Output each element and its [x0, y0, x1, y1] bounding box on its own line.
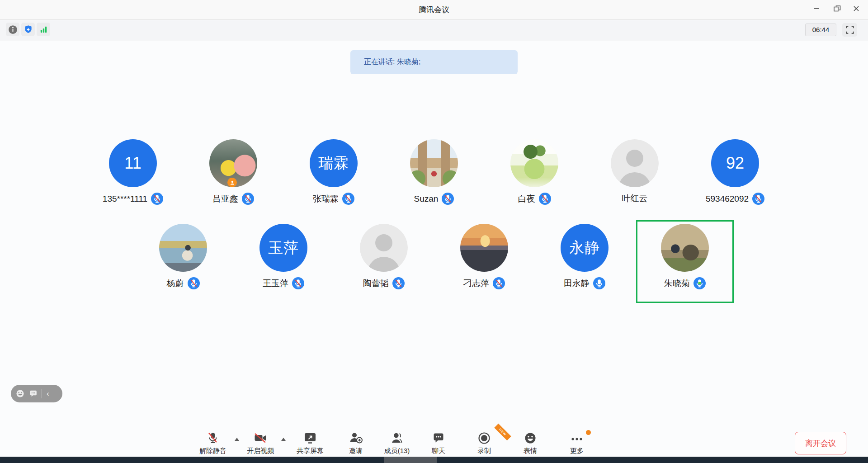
- record-icon: new: [464, 430, 505, 446]
- participant-tile[interactable]: 92 593462092: [686, 136, 784, 218]
- participant-name: 陶蕾韬: [363, 278, 389, 289]
- mic-muted-icon: [242, 193, 254, 205]
- mic-muted-icon: [392, 277, 405, 289]
- titlebar: 腾讯会议: [0, 0, 868, 20]
- participant-name: 王玉萍: [263, 278, 288, 289]
- participant-name: 叶红云: [622, 193, 648, 204]
- avatar-photo: [661, 224, 709, 272]
- chat-button[interactable]: 聊天: [418, 430, 459, 455]
- participant-tile[interactable]: 永静 田永静: [536, 220, 633, 303]
- taskbar-edge-segment: [384, 457, 437, 463]
- chevron-up-icon: [235, 438, 239, 441]
- record-button[interactable]: new 录制: [464, 430, 505, 455]
- participant-name: 白夜: [518, 193, 535, 205]
- participant-tile[interactable]: 刁志萍: [435, 220, 533, 303]
- taskbar-edge: [0, 457, 868, 463]
- avatar-silhouette: [360, 224, 408, 272]
- avatar: 瑞霖: [310, 139, 358, 187]
- avatar: 玉萍: [259, 224, 307, 272]
- fullscreen-icon: [845, 25, 855, 35]
- video-options-expander[interactable]: [280, 436, 287, 442]
- avatar: 92: [711, 139, 759, 187]
- participant-name: 杨蔚: [167, 278, 184, 289]
- chevron-up-icon: [281, 438, 286, 441]
- restore-button[interactable]: [829, 2, 845, 15]
- network-quality-button[interactable]: [37, 23, 50, 36]
- participant-tile[interactable]: 叶红云: [586, 136, 684, 218]
- reaction-pill: ‹: [11, 385, 62, 402]
- participant-tile[interactable]: 玉萍 王玉萍: [235, 220, 332, 303]
- avatar-photo: [460, 224, 508, 272]
- participant-tile[interactable]: Suzan: [385, 136, 483, 218]
- more-icon: [557, 430, 597, 446]
- participant-name: Suzan: [414, 194, 439, 204]
- participant-tile-speaking[interactable]: 朱晓菊: [636, 220, 734, 303]
- pill-divider: [42, 389, 42, 398]
- members-button[interactable]: 成员(13): [377, 430, 417, 455]
- unmute-button[interactable]: 解除静音: [193, 430, 233, 455]
- minimize-icon: [812, 4, 821, 13]
- person-silhouette-icon: [360, 224, 408, 272]
- person-badge-icon: [229, 180, 235, 185]
- members-icon: [377, 430, 417, 446]
- start-video-button[interactable]: 开启视频: [240, 430, 281, 455]
- meeting-info-button[interactable]: [6, 23, 19, 36]
- participant-tile[interactable]: 11 135****1111: [84, 136, 182, 218]
- avatar-photo: [159, 224, 207, 272]
- fullscreen-button[interactable]: [842, 23, 857, 37]
- notification-dot: [586, 430, 591, 435]
- avatar-photo: [510, 139, 558, 187]
- speaking-banner-text: 正在讲话: 朱晓菊;: [364, 57, 420, 67]
- participant-name: 张瑞霖: [313, 193, 339, 205]
- chat-icon: [418, 430, 459, 446]
- participant-name: 吕亚鑫: [212, 193, 238, 205]
- close-button[interactable]: [848, 2, 864, 15]
- participant-tile[interactable]: 陶蕾韬: [335, 220, 433, 303]
- mic-on-icon: [593, 277, 605, 289]
- participant-name: 593462092: [706, 194, 749, 204]
- mic-speaking-icon: [693, 277, 706, 289]
- info-icon: [7, 24, 19, 35]
- meeting-timer: 06:44: [805, 24, 836, 36]
- window-title: 腾讯会议: [0, 0, 868, 20]
- mic-muted-icon: [442, 193, 454, 205]
- close-icon: [852, 5, 860, 13]
- leave-meeting-button[interactable]: 离开会议: [795, 432, 846, 454]
- participant-name: 刁志萍: [463, 278, 489, 289]
- emoji-icon: [510, 430, 551, 446]
- restore-icon: [832, 4, 842, 14]
- participant-tile[interactable]: 杨蔚: [134, 220, 232, 303]
- mic-muted-icon: [292, 277, 304, 289]
- share-screen-button[interactable]: 共享屏幕: [290, 430, 330, 455]
- collapse-chevron-icon[interactable]: ‹: [46, 390, 50, 397]
- invite-button[interactable]: 邀请: [335, 430, 376, 455]
- mic-muted-icon: [493, 277, 505, 289]
- avatar: 11: [109, 139, 157, 187]
- chat-bubble-icon[interactable]: [28, 389, 38, 398]
- speaking-banner: 正在讲话: 朱晓菊;: [350, 50, 518, 74]
- participants-row-1: 11 135****1111 吕亚鑫: [0, 136, 868, 218]
- participants-row-2: 杨蔚 玉萍 王玉萍: [0, 220, 868, 303]
- participant-name: 朱晓菊: [664, 278, 690, 289]
- smiley-icon[interactable]: [15, 389, 25, 398]
- more-button[interactable]: 更多: [557, 430, 597, 455]
- security-button[interactable]: [21, 23, 35, 36]
- avatar-photo: [209, 139, 257, 187]
- meeting-window: 腾讯会议: [0, 0, 868, 463]
- participant-tile[interactable]: 瑞霖 张瑞霖: [285, 136, 382, 218]
- participant-name: 135****1111: [103, 194, 147, 204]
- phone-user-badge: [227, 178, 237, 187]
- mic-off-icon: [193, 430, 233, 446]
- mic-muted-icon: [151, 193, 163, 205]
- top-toolbar: [0, 20, 868, 41]
- minimize-button[interactable]: [808, 2, 825, 15]
- participant-tile[interactable]: 白夜: [486, 136, 583, 218]
- mic-muted-icon: [188, 277, 200, 289]
- participant-tile[interactable]: 吕亚鑫: [184, 136, 282, 218]
- mic-muted-icon: [342, 193, 354, 205]
- audio-options-expander[interactable]: [233, 436, 241, 442]
- reactions-button[interactable]: 表情: [510, 430, 551, 455]
- camera-off-icon: [240, 430, 281, 446]
- participant-name: 田永静: [564, 278, 590, 289]
- shield-plus-icon: [23, 24, 34, 35]
